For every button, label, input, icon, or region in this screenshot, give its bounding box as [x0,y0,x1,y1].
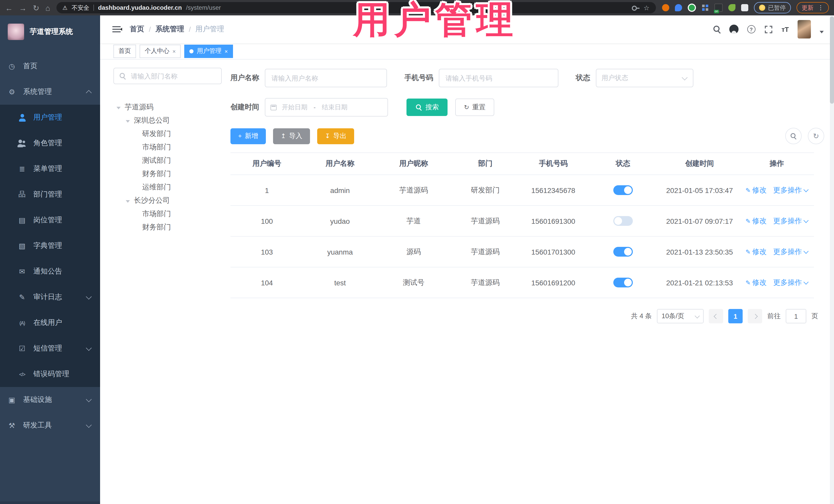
status-toggle[interactable] [613,247,633,257]
more-actions-link[interactable]: 更多操作 [773,185,808,195]
more-actions-link[interactable]: 更多操作 [773,247,808,256]
kebab-menu-icon[interactable]: ⋮ [817,4,824,11]
refresh-button[interactable]: ↻ [808,128,824,144]
col-header: 用户昵称 [377,159,451,168]
prev-page-button[interactable] [709,309,723,323]
search-toggle-button[interactable] [785,128,802,144]
tree-node[interactable]: 财务部门 [113,167,222,181]
scrollbar[interactable] [830,15,834,504]
mobile-input[interactable] [439,69,558,87]
sidebar-menu: ◷ 首页 ⚙ 系统管理 用户管理 角色管理 ≣ 菜单管理 [0,53,100,438]
chevron-down-icon[interactable] [820,30,824,33]
fullscreen-icon[interactable] [764,25,773,34]
search-icon[interactable] [713,26,720,33]
sidebar-item-user-mgmt[interactable]: 用户管理 [0,105,100,130]
home-icon[interactable]: ⌂ [45,4,50,12]
key-icon[interactable] [632,5,639,10]
sidebar-item-dept-mgmt[interactable]: 品 部门管理 [0,182,100,207]
tree-node[interactable]: 运维部门 [113,181,222,194]
breadcrumb-home[interactable]: 首页 [130,25,144,34]
chevron-down-icon [86,396,92,402]
dept-search-input[interactable] [130,72,209,80]
edit-link[interactable]: ✎修改 [745,216,767,225]
status-toggle[interactable] [613,278,633,287]
status-toggle[interactable] [613,216,633,226]
sidebar-item-menu-mgmt[interactable]: ≣ 菜单管理 [0,156,100,182]
export-button[interactable]: ↧ 导出 [317,128,354,144]
username-input[interactable] [265,69,387,87]
close-icon[interactable]: × [172,48,176,54]
edit-link[interactable]: ✎修改 [745,185,767,195]
tab-home[interactable]: 首页 [113,44,136,58]
extension-leaf-icon[interactable] [728,4,735,11]
import-button[interactable]: ↥ 导入 [273,128,310,144]
page-1-button[interactable]: 1 [728,309,743,323]
org-tree-icon: 品 [18,190,27,199]
add-button[interactable]: + 新增 [231,128,266,144]
edit-link[interactable]: ✎修改 [745,278,767,287]
status-toggle[interactable] [613,185,633,195]
cell-username: yuanma [303,248,377,256]
reload-icon[interactable]: ↻ [33,4,39,12]
sidebar-item-post-mgmt[interactable]: ▤ 岗位管理 [0,207,100,233]
next-page-button[interactable] [748,309,762,323]
close-icon[interactable]: × [224,48,228,54]
update-button[interactable]: 更新 ⋮ [796,2,829,13]
goto-page-input[interactable] [786,309,806,323]
tree-node[interactable]: 市场部门 [113,140,222,154]
tree-node[interactable]: 财务部门 [113,221,222,234]
extension-grid-icon[interactable] [701,4,708,11]
more-actions-link[interactable]: 更多操作 [773,278,808,287]
page-size-select[interactable]: 10条/页 [657,309,704,323]
table-header-row: 用户编号 用户名称 用户昵称 部门 手机号码 状态 创建时间 操作 [231,152,814,175]
help-icon[interactable]: ? [747,25,755,34]
extension-orange-icon[interactable] [662,4,669,11]
sidebar-item-dict-mgmt[interactable]: ▧ 字典管理 [0,233,100,259]
sidebar-item-infra[interactable]: ▣ 基础设施 [0,387,100,413]
menu-fold-icon[interactable] [112,26,120,32]
forward-icon[interactable]: → [19,4,27,12]
sidebar-item-system[interactable]: ⚙ 系统管理 [0,79,100,105]
caret-down-icon[interactable] [126,120,130,123]
font-size-icon[interactable]: тT [782,25,789,33]
sidebar-item-error-code[interactable]: </> 错误码管理 [0,361,100,387]
tree-node-root[interactable]: 芋道源码 [113,101,222,114]
caret-down-icon[interactable] [116,107,120,109]
tree-node-changsha[interactable]: 长沙分公司 [113,194,222,207]
sidebar-item-notice[interactable]: ✉ 通知公告 [0,259,100,284]
caret-down-icon[interactable] [126,200,130,202]
tree-node[interactable]: 市场部门 [113,207,222,221]
search-button[interactable]: 搜索 [407,98,447,116]
app-logo[interactable]: 芋道管理系统 [0,15,100,48]
tab-profile[interactable]: 个人中心 × [139,44,181,58]
edit-link[interactable]: ✎修改 [745,247,767,256]
sidebar-item-audit-log[interactable]: ✎ 审计日志 [0,284,100,310]
search-icon [119,73,126,79]
back-icon[interactable]: ← [5,4,13,12]
more-actions-link[interactable]: 更多操作 [773,216,808,225]
search-form-row-2: 创建时间 开始日期 - 结束日期 搜索 ↻ 重置 [231,98,814,116]
sidebar-item-role-mgmt[interactable]: 角色管理 [0,130,100,156]
extension-green-icon[interactable] [687,4,696,12]
sidebar-item-home[interactable]: ◷ 首页 [0,53,100,79]
date-range-input[interactable]: 开始日期 - 结束日期 [265,98,388,116]
tree-node[interactable]: 测试部门 [113,154,222,167]
tree-node-shenzhen[interactable]: 深圳总公司 [113,114,222,127]
breadcrumb-system[interactable]: 系统管理 [155,25,184,34]
scrollbar-thumb[interactable] [830,17,834,104]
tab-user-mgmt[interactable]: 用户管理 × [184,44,233,58]
profile-paused-pill[interactable]: 已暂停 [754,2,791,13]
sidebar-item-sms-mgmt[interactable]: ☑ 短信管理 [0,336,100,361]
extension-switch-icon[interactable]: on [714,4,722,12]
reset-button[interactable]: ↻ 重置 [455,98,494,116]
star-icon[interactable]: ☆ [643,4,650,12]
security-label[interactable]: 不安全 [72,4,89,12]
extensions-puzzle-icon[interactable] [741,4,748,11]
status-select[interactable]: 用户状态 [596,69,694,87]
github-icon[interactable] [729,25,738,34]
sidebar-item-devtools[interactable]: ⚒ 研发工具 [0,413,100,438]
sidebar-item-online-users[interactable]: (A) 在线用户 [0,310,100,336]
avatar[interactable] [797,20,811,39]
tree-node[interactable]: 研发部门 [113,127,222,140]
extension-drop-icon[interactable] [675,4,682,11]
